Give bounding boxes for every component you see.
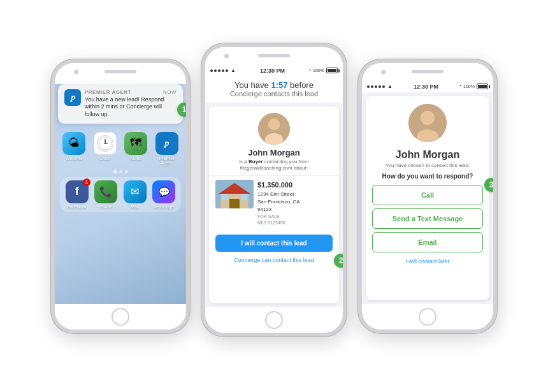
clock-face [97, 135, 113, 152]
app-clock[interactable]: Clock [91, 132, 119, 165]
status-time-2: 12:30 PM [260, 68, 285, 74]
lead-card-top: John Morgan is a Buyer contacting you fr… [209, 106, 339, 176]
app-mail[interactable]: ✉ Mail [121, 180, 149, 209]
speaker [105, 70, 136, 73]
home-icons: 🌤 Weather [55, 127, 186, 165]
notif-message: You have a new lead! Respond within 2 mi… [85, 96, 177, 119]
status-bar-2: ▲ 12:30 PM * 100% [205, 65, 343, 76]
notif-content: PREMIER AGENT now You have a new lead! R… [85, 89, 177, 119]
svg-point-15 [421, 111, 435, 125]
notification-banner[interactable]: 𝑝 PREMIER AGENT now You have a new lead!… [58, 84, 183, 124]
app-phone[interactable]: 📞 Phone [92, 180, 120, 209]
iphone-2: ▲ 12:30 PM * 100% You have 1:57 before [201, 43, 347, 337]
status-bar-3: ▲ 12:30 PM * 100% [362, 81, 493, 92]
step-badge-3: 3 [484, 178, 497, 192]
app-messenger[interactable]: 💬 Messenger [150, 180, 178, 209]
lead-name-2: John Morgan [215, 148, 333, 157]
iphone-1-screen: 𝑝 PREMIER AGENT now You have a new lead!… [55, 81, 186, 304]
camera-dot-3 [381, 69, 386, 74]
iphone-3-top [362, 63, 493, 81]
battery-3 [477, 83, 488, 89]
notif-app-icon: 𝑝 [64, 89, 81, 106]
iphone-1-top [55, 63, 186, 81]
svg-rect-13 [241, 194, 247, 200]
wifi-icon: ▲ [231, 68, 236, 73]
bluetooth-icon: * [309, 68, 311, 73]
iphone-3-bottom [362, 304, 493, 330]
iphone-2-top [205, 47, 343, 65]
svg-point-3 [105, 143, 106, 144]
wifi-icon-3: ▲ [387, 83, 393, 89]
home-button-2[interactable] [265, 311, 283, 329]
lead-description: is a Buyer contacting you from fitzgeral… [215, 159, 333, 172]
screen2-header: You have 1:57 before Concierge contacts … [205, 76, 343, 103]
contact-lead-button[interactable]: I will contact this lead [215, 235, 333, 252]
camera-dot [74, 69, 78, 74]
text-button[interactable]: Send a Text Message [372, 208, 483, 229]
app-premier-agent[interactable]: 𝑝 Premier Agent [153, 132, 181, 165]
camera-dot-2 [224, 54, 229, 58]
lead-name-3: John Morgan [396, 149, 459, 161]
iphone-2-bottom [205, 307, 343, 333]
app-maps[interactable]: 🗺 Maps [122, 132, 150, 165]
step-badge-2: 2 [334, 254, 347, 268]
call-button[interactable]: Call [372, 185, 483, 205]
lead-avatar-3 [408, 104, 447, 142]
lead-screen: ▲ 12:30 PM * 100% You have 1:57 before [205, 65, 343, 307]
respond-question: How do you want to respond? [382, 173, 473, 180]
home-button-3[interactable] [419, 308, 436, 326]
signal-dots: ▲ [210, 68, 236, 73]
svg-point-7 [268, 119, 280, 130]
status-time-3: 12:30 PM [414, 83, 438, 90]
timer-subheader: Concierge contacts this lead [213, 90, 335, 98]
speaker-2 [258, 54, 290, 57]
speaker-3 [412, 70, 443, 73]
iphone-1-bottom [55, 304, 186, 330]
home-screen: 𝑝 PREMIER AGENT now You have a new lead!… [55, 84, 186, 304]
respond-card: John Morgan You have chosen to contact t… [366, 96, 489, 300]
page-dots [55, 170, 186, 173]
property-details: $1,350,000 1234 Elm Street San Francisco… [257, 180, 300, 227]
iphone-3-screen: ▲ 12:30 PM * 100% [362, 81, 493, 304]
battery-2 [326, 68, 338, 73]
timer-text: You have 1:57 before [213, 80, 335, 90]
icon-row-1: 🌤 Weather [59, 132, 182, 165]
svg-rect-11 [229, 199, 240, 208]
app-weather[interactable]: 🌤 Weather [60, 132, 88, 165]
lead-desc-3: You have chosen to contact this lead. [386, 163, 470, 169]
app-facebook[interactable]: f 1 Facebook [63, 180, 91, 209]
bluetooth-icon-3: * [459, 83, 461, 89]
email-button[interactable]: Email [372, 232, 483, 252]
iphone-3: ▲ 12:30 PM * 100% [358, 59, 497, 333]
step-badge-1: 1 [177, 103, 190, 117]
property-row: $1,350,000 1234 Elm Street San Francisco… [209, 175, 339, 231]
svg-rect-12 [222, 194, 228, 200]
property-image [215, 180, 254, 208]
lead-avatar [258, 113, 290, 145]
respond-screen: ▲ 12:30 PM * 100% [362, 81, 493, 304]
iphone-1: 𝑝 PREMIER AGENT now You have a new lead!… [51, 59, 190, 333]
home-button-1[interactable] [112, 308, 129, 326]
iphone-2-screen: ▲ 12:30 PM * 100% You have 1:57 before [205, 65, 343, 307]
concierge-link[interactable]: Concierge can contact this lead [209, 254, 339, 268]
app-dock: f 1 Facebook 📞 Phone ✉ Mail 💬 [60, 177, 181, 212]
phones-container: 𝑝 PREMIER AGENT now You have a new lead!… [45, 43, 503, 349]
lead-card: John Morgan is a Buyer contacting you fr… [209, 106, 339, 303]
countdown-timer: 1:57 [271, 80, 287, 90]
facebook-badge: 1 [83, 178, 90, 186]
signal-dots-3: ▲ [367, 83, 393, 89]
notif-title: PREMIER AGENT now [85, 89, 177, 95]
contact-later-link[interactable]: I will contact later [405, 258, 449, 265]
clock-svg [98, 136, 112, 150]
